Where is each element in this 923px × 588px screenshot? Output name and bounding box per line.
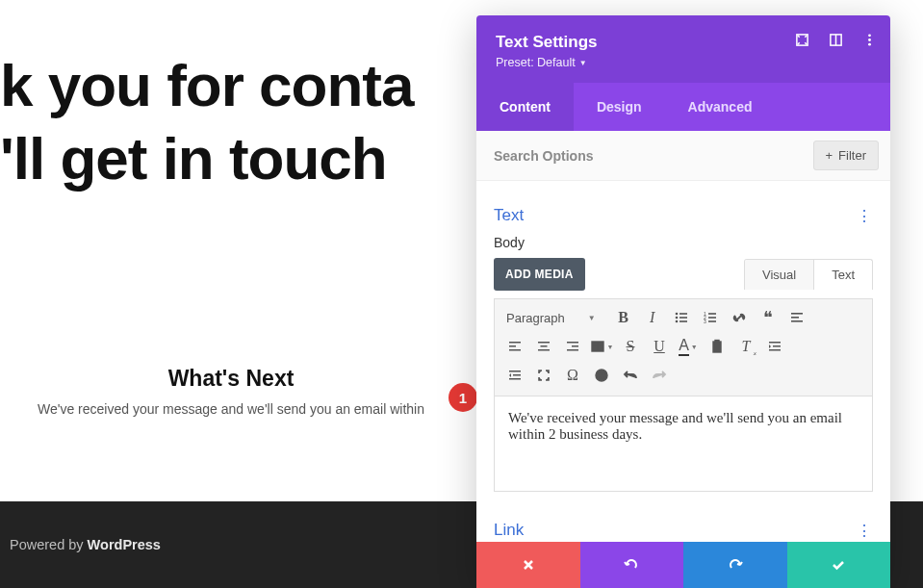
svg-rect-38	[509, 371, 521, 372]
emoji-icon[interactable]	[587, 363, 616, 388]
svg-rect-15	[708, 317, 716, 319]
step-marker: 1	[449, 383, 477, 412]
redo-button[interactable]	[683, 542, 787, 588]
svg-point-8	[675, 317, 678, 320]
redo-icon[interactable]	[645, 363, 674, 388]
panel-tabs: Content Design Advanced	[476, 83, 890, 131]
svg-rect-17	[708, 320, 716, 322]
svg-point-3	[868, 34, 871, 37]
svg-rect-35	[769, 342, 781, 344]
tab-content[interactable]: Content	[476, 83, 574, 131]
italic-icon[interactable]: I	[638, 305, 667, 330]
undo-button[interactable]	[580, 542, 684, 588]
svg-text:3: 3	[704, 319, 706, 324]
add-media-button[interactable]: ADD MEDIA	[494, 258, 585, 291]
dropdown-icon: ▼	[588, 314, 596, 322]
svg-point-41	[596, 370, 607, 381]
cancel-button[interactable]	[476, 542, 580, 588]
paste-icon[interactable]	[703, 334, 731, 359]
svg-rect-7	[679, 313, 687, 315]
quote-icon[interactable]: ❝	[754, 305, 782, 330]
svg-rect-24	[538, 342, 550, 344]
hero-line-1: k you for conta	[0, 53, 413, 118]
search-input[interactable]: Search Options	[494, 148, 593, 164]
svg-rect-36	[773, 345, 781, 347]
editor-tab-visual[interactable]: Visual	[745, 260, 813, 290]
svg-rect-37	[769, 349, 781, 351]
filter-button[interactable]: + Filter	[813, 141, 879, 170]
strikethrough-icon[interactable]: S	[616, 334, 645, 359]
preset-label: Preset: Default	[496, 56, 576, 69]
format-select[interactable]: Paragraph▼	[500, 307, 602, 329]
svg-point-42	[599, 373, 601, 375]
hero-line-2: 'll get in touch	[0, 126, 413, 192]
settings-panel: Text Settings Preset: Default ▼ Content …	[476, 15, 890, 588]
link-icon[interactable]	[725, 305, 754, 330]
undo-icon[interactable]	[616, 363, 645, 388]
whats-next-title: What's Next	[0, 366, 462, 392]
svg-rect-18	[791, 313, 803, 315]
footer-prefix: Powered by	[10, 537, 84, 552]
table-icon[interactable]: ▼	[587, 334, 616, 359]
tab-advanced[interactable]: Advanced	[665, 83, 776, 131]
svg-rect-25	[541, 345, 548, 347]
confirm-button[interactable]	[787, 542, 891, 588]
align-right-icon[interactable]	[558, 334, 587, 359]
svg-rect-29	[567, 349, 578, 351]
editor-tab-text[interactable]: Text	[813, 260, 872, 290]
tab-design[interactable]: Design	[574, 83, 665, 131]
section-link-kebab-icon[interactable]: ⋮	[857, 522, 873, 540]
bullet-list-icon[interactable]	[667, 305, 696, 330]
whats-next-block: What's Next We've received your message …	[0, 366, 462, 417]
panel-header[interactable]: Text Settings Preset: Default ▼	[476, 15, 890, 83]
preset-selector[interactable]: Preset: Default ▼	[496, 56, 871, 69]
kebab-icon[interactable]	[862, 33, 877, 47]
svg-rect-40	[509, 378, 521, 380]
svg-rect-11	[679, 320, 687, 322]
expand-icon[interactable]	[795, 33, 809, 47]
svg-rect-23	[509, 349, 521, 351]
whats-next-body: We've received your message and we'll se…	[0, 401, 462, 417]
indent-icon[interactable]	[760, 334, 789, 359]
panel-actions	[476, 542, 890, 588]
editor-mode-tabs: Visual Text	[744, 259, 873, 290]
bold-icon[interactable]: B	[609, 305, 638, 330]
svg-rect-13	[708, 313, 716, 315]
clear-format-icon[interactable]: Tₓ	[731, 334, 760, 359]
svg-point-43	[603, 373, 604, 375]
svg-point-10	[675, 320, 678, 323]
svg-rect-21	[509, 342, 521, 344]
plus-icon: +	[826, 148, 833, 163]
editor-toolbar: Paragraph▼ B I 123 ❝ ▼ S U A▼	[494, 298, 873, 396]
svg-rect-19	[791, 317, 799, 319]
svg-point-5	[868, 43, 871, 46]
chevron-down-icon: ▼	[579, 59, 587, 67]
underline-icon[interactable]: U	[645, 334, 674, 359]
section-title-link[interactable]: Link	[494, 521, 524, 540]
svg-rect-39	[513, 374, 521, 376]
columns-icon[interactable]	[829, 33, 843, 47]
svg-rect-20	[791, 320, 803, 322]
footer-brand: WordPress	[88, 537, 161, 552]
filter-label: Filter	[838, 148, 866, 163]
numbered-list-icon[interactable]: 123	[696, 305, 725, 330]
svg-point-6	[675, 313, 678, 316]
svg-point-4	[868, 38, 871, 41]
panel-body: Text ⋮ Body ADD MEDIA Visual Text Paragr…	[476, 181, 890, 542]
section-title-text[interactable]: Text	[494, 206, 524, 225]
align-center-icon[interactable]	[529, 334, 558, 359]
search-bar: Search Options + Filter	[476, 131, 890, 181]
omega-icon[interactable]: Ω	[558, 363, 587, 388]
align-left-icon[interactable]	[500, 334, 529, 359]
outdent-icon[interactable]	[500, 363, 529, 388]
fullscreen-icon[interactable]	[529, 363, 558, 388]
svg-rect-28	[572, 345, 578, 347]
align-icon[interactable]	[782, 305, 811, 330]
format-select-label: Paragraph	[506, 311, 565, 325]
svg-rect-22	[509, 345, 516, 347]
section-kebab-icon[interactable]: ⋮	[857, 207, 873, 225]
body-field-label: Body	[494, 235, 873, 250]
editor-content-area[interactable]: We've received your message and we'll se…	[494, 396, 873, 492]
svg-rect-9	[679, 317, 687, 319]
text-color-icon[interactable]: A▼	[674, 334, 703, 359]
